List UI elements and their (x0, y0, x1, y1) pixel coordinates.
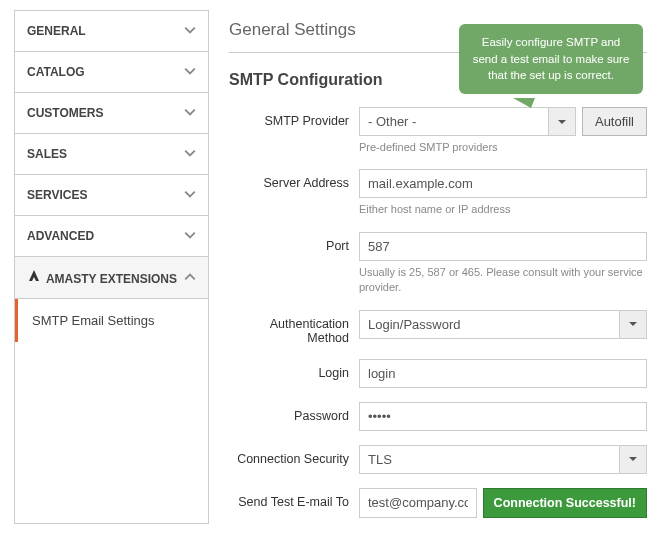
sidebar-item-services[interactable]: Services (15, 175, 208, 216)
test-email-input[interactable] (359, 488, 477, 518)
field-smtp-provider: SMTP Provider - Other - Autofill Pre-def… (229, 99, 647, 155)
connection-test-button[interactable]: Connection Successful! (483, 488, 647, 518)
field-help: Usually is 25, 587 or 465. Please consul… (359, 265, 647, 296)
server-address-input[interactable] (359, 169, 647, 198)
chevron-down-icon (548, 107, 576, 136)
sidebar-item-label: Sales (27, 147, 67, 161)
chevron-down-icon (619, 310, 647, 339)
amasty-logo-icon (27, 269, 41, 286)
field-login: Login (229, 351, 647, 388)
field-label: Port (229, 232, 359, 253)
connection-security-select[interactable]: TLS (359, 445, 647, 474)
field-help: Pre-defined SMTP providers (359, 140, 647, 155)
field-help: Either host name or IP address (359, 202, 647, 217)
chevron-down-icon (184, 23, 196, 39)
field-label: Authentication Method (229, 310, 359, 345)
field-port: Port Usually is 25, 587 or 465. Please c… (229, 224, 647, 296)
password-input[interactable] (359, 402, 647, 431)
field-server-address: Server Address Either host name or IP ad… (229, 161, 647, 217)
auth-method-select[interactable]: Login/Password (359, 310, 647, 339)
autofill-button[interactable]: Autofill (582, 107, 647, 136)
select-value: TLS (359, 445, 619, 474)
sidebar-item-label: Customers (27, 106, 103, 120)
sidebar-item-label: Services (27, 188, 87, 202)
sidebar-item-general[interactable]: General (15, 11, 208, 52)
chevron-down-icon (619, 445, 647, 474)
field-connection-security: Connection Security TLS (229, 437, 647, 474)
field-auth-method: Authentication Method Login/Password (229, 302, 647, 345)
chevron-up-icon (184, 270, 196, 286)
chevron-down-icon (184, 187, 196, 203)
field-label: Password (229, 402, 359, 423)
info-tooltip: Easily configure SMTP and send a test em… (459, 24, 643, 94)
sidebar-sub-smtp-email-settings[interactable]: SMTP Email Settings (15, 299, 208, 342)
sidebar-item-advanced[interactable]: Advanced (15, 216, 208, 257)
smtp-form: SMTP Provider - Other - Autofill Pre-def… (229, 99, 647, 518)
main-content: Easily configure SMTP and send a test em… (229, 10, 647, 524)
sidebar-item-label: Amasty Extensions (46, 272, 177, 286)
chevron-down-icon (184, 146, 196, 162)
field-password: Password (229, 394, 647, 431)
select-value: - Other - (359, 107, 548, 136)
tooltip-text: Easily configure SMTP and send a test em… (473, 36, 630, 81)
settings-sidebar: General Catalog Customers Sales Services… (14, 10, 209, 524)
smtp-provider-select[interactable]: - Other - (359, 107, 576, 136)
sidebar-item-sales[interactable]: Sales (15, 134, 208, 175)
field-label: Login (229, 359, 359, 380)
sidebar-item-label: General (27, 24, 86, 38)
sidebar-item-amasty-extensions[interactable]: Amasty Extensions (15, 257, 208, 299)
sidebar-item-label: Advanced (27, 229, 94, 243)
chevron-down-icon (184, 64, 196, 80)
sidebar-item-customers[interactable]: Customers (15, 93, 208, 134)
sidebar-item-catalog[interactable]: Catalog (15, 52, 208, 93)
field-label: Server Address (229, 169, 359, 190)
port-input[interactable] (359, 232, 647, 261)
field-label: Send Test E-mail To (229, 488, 359, 509)
chevron-down-icon (184, 105, 196, 121)
field-send-test-email: Send Test E-mail To Connection Successfu… (229, 480, 647, 518)
sidebar-item-label: Catalog (27, 65, 85, 79)
login-input[interactable] (359, 359, 647, 388)
chevron-down-icon (184, 228, 196, 244)
sidebar-sub-label: SMTP Email Settings (32, 313, 155, 328)
field-label: Connection Security (229, 445, 359, 466)
field-label: SMTP Provider (229, 107, 359, 128)
select-value: Login/Password (359, 310, 619, 339)
